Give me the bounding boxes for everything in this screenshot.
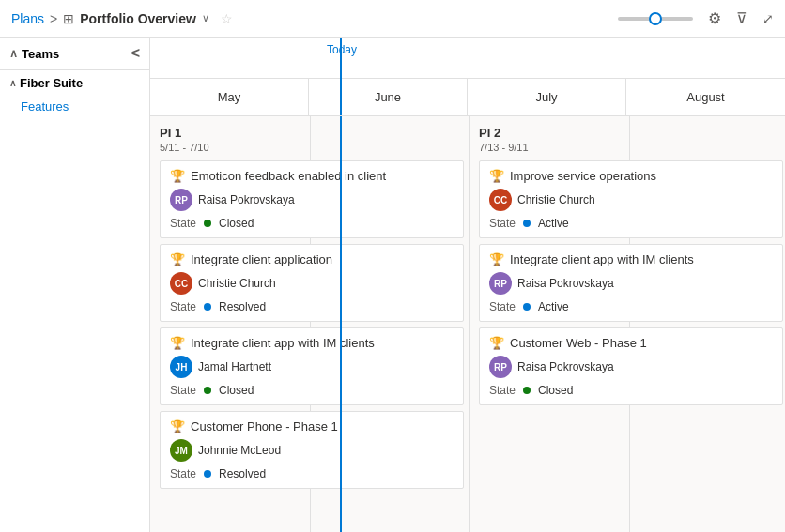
feature-title: 🏆 Customer Web - Phase 1 (489, 336, 773, 350)
feature-card[interactable]: 🏆 Integrate client app with IM clients R… (479, 244, 783, 322)
state-dot (204, 220, 211, 227)
gantt-area: Today May June July August (150, 38, 785, 532)
month-may: May (150, 79, 309, 115)
pi-container: PI 1 5/11 - 7/10 🏆 Emoticon feedback ena… (150, 116, 785, 504)
month-july: July (468, 79, 626, 115)
feature-title: 🏆 Improve service operations (489, 169, 773, 183)
feature-card[interactable]: 🏆 Integrate client app with IM clients J… (160, 327, 464, 405)
sidebar-header: ∧ Teams < (0, 38, 149, 70)
month-headers: May June July August (150, 78, 785, 115)
feature-assignee: RP Raisa Pokrovskaya (489, 272, 773, 295)
trophy-icon: 🏆 (170, 169, 185, 183)
feature-assignee: RP Raisa Pokrovskaya (170, 189, 454, 211)
gantt-body: PI 1 5/11 - 7/10 🏆 Emoticon feedback ena… (150, 116, 785, 532)
avatar: RP (489, 356, 512, 378)
trophy-icon: 🏆 (170, 252, 185, 266)
filter-icon[interactable]: ⊽ (736, 9, 747, 27)
zoom-slider[interactable] (618, 17, 693, 21)
group-label: Fiber Suite (20, 76, 83, 90)
feature-assignee: JM Johnnie McLeod (170, 439, 454, 462)
feature-title: 🏆 Emoticon feedback enabled in client (170, 169, 454, 183)
group-chevron: ∧ (9, 78, 16, 88)
breadcrumb: Plans > ⊞ Portfolio Overview ∨ ☆ (11, 11, 233, 26)
month-august: August (626, 79, 785, 115)
feature-state: State Closed (489, 384, 773, 397)
pi1-dates: 5/11 - 7/10 (160, 142, 464, 153)
portfolio-icon: ⊞ (63, 11, 74, 26)
feature-state: State Closed (170, 384, 454, 397)
breadcrumb-separator: > (50, 11, 57, 26)
trophy-icon: 🏆 (170, 336, 185, 350)
today-line (340, 38, 342, 115)
feature-assignee: RP Raisa Pokrovskaya (489, 356, 773, 378)
feature-state: State Resolved (170, 300, 454, 313)
feature-card[interactable]: 🏆 Customer Phone - Phase 1 JM Johnnie Mc… (160, 411, 464, 489)
feature-state: State Resolved (170, 467, 454, 480)
avatar: RP (170, 189, 192, 211)
state-dot (204, 470, 211, 478)
month-june: June (309, 79, 468, 115)
feature-assignee: JH Jamal Hartnett (170, 356, 454, 378)
dropdown-icon[interactable]: ∨ (202, 12, 209, 24)
main-content: ∧ Teams < ∧ Fiber Suite Features Today M… (0, 38, 785, 532)
avatar: CC (489, 189, 512, 211)
avatar: CC (170, 272, 192, 295)
sidebar-collapse-btn[interactable]: < (131, 45, 140, 62)
teams-chevron[interactable]: ∧ (9, 47, 18, 60)
pi2-title: PI 2 (479, 126, 783, 140)
feature-title: 🏆 Customer Phone - Phase 1 (170, 419, 454, 433)
feature-state: State Closed (170, 217, 454, 230)
app-header: Plans > ⊞ Portfolio Overview ∨ ☆ ⚙ ⊽ ⤢ (0, 0, 785, 38)
settings-icon[interactable]: ⚙ (708, 9, 721, 27)
fiber-suite-group[interactable]: ∧ Fiber Suite (0, 70, 149, 96)
state-dot (523, 220, 531, 227)
today-label: Today (327, 43, 357, 56)
header-controls: ⚙ ⊽ ⤢ (618, 9, 774, 27)
feature-assignee: CC Christie Church (489, 189, 773, 211)
state-dot (204, 303, 211, 311)
sidebar-item-features[interactable]: Features (0, 96, 149, 117)
feature-card[interactable]: 🏆 Integrate client application CC Christ… (160, 244, 464, 322)
avatar: JH (170, 356, 192, 378)
trophy-icon: 🏆 (170, 419, 185, 433)
plans-link[interactable]: Plans (11, 11, 44, 26)
pi2-block: PI 2 7/13 - 9/11 🏆 Improve service opera… (469, 116, 785, 504)
feature-title: 🏆 Integrate client application (170, 252, 454, 266)
feature-title: 🏆 Integrate client app with IM clients (489, 252, 773, 266)
trophy-icon: 🏆 (489, 252, 504, 266)
trophy-icon: 🏆 (489, 336, 504, 350)
expand-icon[interactable]: ⤢ (762, 11, 774, 26)
pi1-block: PI 1 5/11 - 7/10 🏆 Emoticon feedback ena… (150, 116, 469, 504)
feature-assignee: CC Christie Church (170, 272, 454, 295)
feature-title: 🏆 Integrate client app with IM clients (170, 336, 454, 350)
state-dot (204, 387, 211, 394)
features-label: Features (21, 99, 69, 114)
avatar: RP (489, 272, 512, 295)
feature-card[interactable]: 🏆 Customer Web - Phase 1 RP Raisa Pokrov… (479, 327, 783, 405)
star-icon[interactable]: ☆ (221, 11, 233, 26)
feature-state: State Active (489, 217, 773, 230)
pi1-title: PI 1 (160, 126, 464, 140)
sidebar: ∧ Teams < ∧ Fiber Suite Features (0, 38, 150, 532)
teams-label: Teams (22, 47, 59, 61)
state-dot (523, 387, 531, 394)
avatar: JM (170, 439, 192, 462)
portfolio-title: Portfolio Overview (80, 11, 196, 26)
feature-card[interactable]: 🏆 Emoticon feedback enabled in client RP… (160, 160, 464, 238)
pi2-dates: 7/13 - 9/11 (479, 142, 783, 153)
feature-card[interactable]: 🏆 Improve service operations CC Christie… (479, 160, 783, 238)
trophy-icon: 🏆 (489, 169, 504, 183)
state-dot (523, 303, 531, 311)
feature-state: State Active (489, 300, 773, 313)
timeline-header: Today May June July August (150, 38, 785, 116)
